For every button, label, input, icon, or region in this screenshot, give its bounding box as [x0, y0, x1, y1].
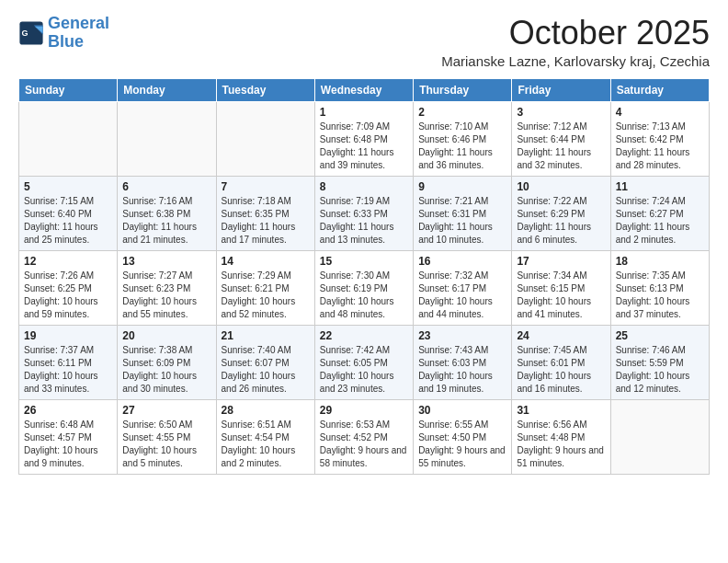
day-number: 20	[122, 329, 210, 342]
day-number: 14	[222, 255, 310, 268]
header: G General Blue October 2025 Marianske La…	[18, 15, 710, 69]
calendar-cell: 19Sunrise: 7:37 AMSunset: 6:11 PMDayligh…	[19, 325, 118, 399]
day-number: 18	[616, 255, 704, 268]
day-number: 6	[122, 180, 210, 193]
day-number: 9	[418, 180, 506, 193]
day-info: Sunrise: 7:35 AMSunset: 6:13 PMDaylight:…	[616, 270, 704, 321]
calendar-week-row: 5Sunrise: 7:15 AMSunset: 6:40 PMDaylight…	[19, 176, 710, 250]
calendar-weekday-header: Sunday	[19, 78, 118, 101]
calendar-cell: 23Sunrise: 7:43 AMSunset: 6:03 PMDayligh…	[414, 325, 512, 399]
day-info: Sunrise: 7:12 AMSunset: 6:44 PMDaylight:…	[517, 121, 605, 172]
calendar-weekday-header: Saturday	[610, 78, 709, 101]
calendar-cell: 7Sunrise: 7:18 AMSunset: 6:35 PMDaylight…	[216, 176, 314, 250]
day-info: Sunrise: 6:50 AMSunset: 4:55 PMDaylight:…	[122, 419, 210, 470]
calendar-cell: 29Sunrise: 6:53 AMSunset: 4:52 PMDayligh…	[314, 399, 413, 474]
logo-icon: G	[18, 20, 44, 46]
calendar-weekday-header: Friday	[512, 78, 610, 101]
day-number: 1	[320, 106, 408, 119]
day-info: Sunrise: 7:46 AMSunset: 5:59 PMDaylight:…	[616, 344, 704, 396]
day-number: 24	[517, 329, 605, 342]
day-info: Sunrise: 7:26 AMSunset: 6:25 PMDaylight:…	[24, 270, 112, 321]
calendar-weekday-header: Monday	[118, 78, 216, 101]
calendar-weekday-header: Wednesday	[314, 78, 413, 101]
day-info: Sunrise: 7:13 AMSunset: 6:42 PMDaylight:…	[616, 121, 704, 172]
calendar-cell: 12Sunrise: 7:26 AMSunset: 6:25 PMDayligh…	[19, 250, 118, 325]
calendar-week-row: 12Sunrise: 7:26 AMSunset: 6:25 PMDayligh…	[19, 250, 710, 325]
logo-text: General Blue	[48, 15, 109, 52]
day-number: 11	[616, 180, 704, 193]
day-info: Sunrise: 7:45 AMSunset: 6:01 PMDaylight:…	[517, 344, 605, 396]
day-info: Sunrise: 7:37 AMSunset: 6:11 PMDaylight:…	[24, 344, 112, 396]
svg-text:G: G	[22, 29, 28, 38]
day-number: 3	[517, 106, 605, 119]
day-info: Sunrise: 7:34 AMSunset: 6:15 PMDaylight:…	[517, 270, 605, 321]
calendar-cell: 25Sunrise: 7:46 AMSunset: 5:59 PMDayligh…	[610, 325, 709, 399]
day-number: 28	[222, 404, 310, 417]
title-block: October 2025 Marianske Lazne, Karlovarsk…	[441, 15, 710, 69]
calendar-cell: 26Sunrise: 6:48 AMSunset: 4:57 PMDayligh…	[19, 399, 118, 474]
day-number: 12	[24, 255, 112, 268]
day-info: Sunrise: 7:21 AMSunset: 6:31 PMDaylight:…	[418, 195, 506, 247]
calendar-cell: 18Sunrise: 7:35 AMSunset: 6:13 PMDayligh…	[610, 250, 709, 325]
calendar-cell: 24Sunrise: 7:45 AMSunset: 6:01 PMDayligh…	[512, 325, 610, 399]
day-info: Sunrise: 7:38 AMSunset: 6:09 PMDaylight:…	[122, 344, 210, 396]
day-info: Sunrise: 7:32 AMSunset: 6:17 PMDaylight:…	[418, 270, 506, 321]
calendar-cell: 13Sunrise: 7:27 AMSunset: 6:23 PMDayligh…	[118, 250, 216, 325]
calendar-cell: 20Sunrise: 7:38 AMSunset: 6:09 PMDayligh…	[118, 325, 216, 399]
calendar-cell: 3Sunrise: 7:12 AMSunset: 6:44 PMDaylight…	[512, 101, 610, 176]
day-number: 4	[616, 106, 704, 119]
calendar-week-row: 26Sunrise: 6:48 AMSunset: 4:57 PMDayligh…	[19, 399, 710, 474]
day-info: Sunrise: 7:40 AMSunset: 6:07 PMDaylight:…	[222, 344, 310, 396]
calendar-cell: 16Sunrise: 7:32 AMSunset: 6:17 PMDayligh…	[414, 250, 512, 325]
day-number: 27	[122, 404, 210, 417]
day-info: Sunrise: 7:24 AMSunset: 6:27 PMDaylight:…	[616, 195, 704, 247]
day-number: 21	[222, 329, 310, 342]
logo-line2: Blue	[48, 32, 84, 51]
calendar-cell: 27Sunrise: 6:50 AMSunset: 4:55 PMDayligh…	[118, 399, 216, 474]
day-info: Sunrise: 7:29 AMSunset: 6:21 PMDaylight:…	[222, 270, 310, 321]
page: G General Blue October 2025 Marianske La…	[0, 0, 728, 563]
calendar-cell: 6Sunrise: 7:16 AMSunset: 6:38 PMDaylight…	[118, 176, 216, 250]
day-number: 7	[222, 180, 310, 193]
day-info: Sunrise: 7:27 AMSunset: 6:23 PMDaylight:…	[122, 270, 210, 321]
calendar-cell: 5Sunrise: 7:15 AMSunset: 6:40 PMDaylight…	[19, 176, 118, 250]
calendar-cell	[118, 101, 216, 176]
calendar-cell: 15Sunrise: 7:30 AMSunset: 6:19 PMDayligh…	[314, 250, 413, 325]
day-info: Sunrise: 7:19 AMSunset: 6:33 PMDaylight:…	[320, 195, 408, 247]
calendar-cell: 11Sunrise: 7:24 AMSunset: 6:27 PMDayligh…	[610, 176, 709, 250]
calendar-cell: 10Sunrise: 7:22 AMSunset: 6:29 PMDayligh…	[512, 176, 610, 250]
calendar-cell: 4Sunrise: 7:13 AMSunset: 6:42 PMDaylight…	[610, 101, 709, 176]
day-number: 15	[320, 255, 408, 268]
calendar-cell: 30Sunrise: 6:55 AMSunset: 4:50 PMDayligh…	[414, 399, 512, 474]
day-info: Sunrise: 7:18 AMSunset: 6:35 PMDaylight:…	[222, 195, 310, 247]
calendar-cell: 14Sunrise: 7:29 AMSunset: 6:21 PMDayligh…	[216, 250, 314, 325]
day-info: Sunrise: 7:09 AMSunset: 6:48 PMDaylight:…	[320, 121, 408, 172]
day-info: Sunrise: 6:53 AMSunset: 4:52 PMDaylight:…	[320, 419, 408, 470]
day-number: 19	[24, 329, 112, 342]
calendar-week-row: 1Sunrise: 7:09 AMSunset: 6:48 PMDaylight…	[19, 101, 710, 176]
calendar-cell: 28Sunrise: 6:51 AMSunset: 4:54 PMDayligh…	[216, 399, 314, 474]
day-info: Sunrise: 6:55 AMSunset: 4:50 PMDaylight:…	[418, 419, 506, 470]
calendar-header-row: SundayMondayTuesdayWednesdayThursdayFrid…	[19, 78, 710, 101]
day-info: Sunrise: 6:56 AMSunset: 4:48 PMDaylight:…	[517, 419, 605, 470]
calendar-cell: 31Sunrise: 6:56 AMSunset: 4:48 PMDayligh…	[512, 399, 610, 474]
calendar-cell: 9Sunrise: 7:21 AMSunset: 6:31 PMDaylight…	[414, 176, 512, 250]
day-info: Sunrise: 7:16 AMSunset: 6:38 PMDaylight:…	[122, 195, 210, 247]
calendar-weekday-header: Thursday	[414, 78, 512, 101]
day-number: 17	[517, 255, 605, 268]
location-title: Marianske Lazne, Karlovarsky kraj, Czech…	[441, 53, 710, 69]
logo: G General Blue	[18, 15, 109, 52]
day-number: 16	[418, 255, 506, 268]
day-number: 2	[418, 106, 506, 119]
calendar-cell	[610, 399, 709, 474]
day-number: 31	[517, 404, 605, 417]
calendar-cell: 17Sunrise: 7:34 AMSunset: 6:15 PMDayligh…	[512, 250, 610, 325]
day-info: Sunrise: 6:51 AMSunset: 4:54 PMDaylight:…	[222, 419, 310, 470]
calendar-cell	[19, 101, 118, 176]
calendar-table: SundayMondayTuesdayWednesdayThursdayFrid…	[18, 78, 710, 475]
day-number: 30	[418, 404, 506, 417]
day-number: 13	[122, 255, 210, 268]
calendar-week-row: 19Sunrise: 7:37 AMSunset: 6:11 PMDayligh…	[19, 325, 710, 399]
day-number: 29	[320, 404, 408, 417]
calendar-cell: 2Sunrise: 7:10 AMSunset: 6:46 PMDaylight…	[414, 101, 512, 176]
